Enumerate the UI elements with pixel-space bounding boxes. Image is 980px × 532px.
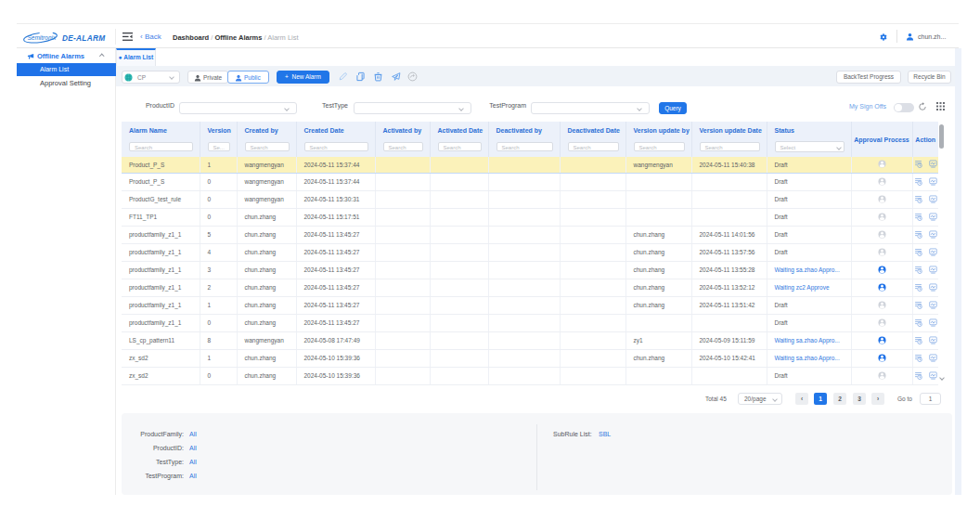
svg-text:DE-ALARM: DE-ALARM <box>62 34 106 43</box>
svg-text:Semitronix: Semitronix <box>28 34 57 41</box>
